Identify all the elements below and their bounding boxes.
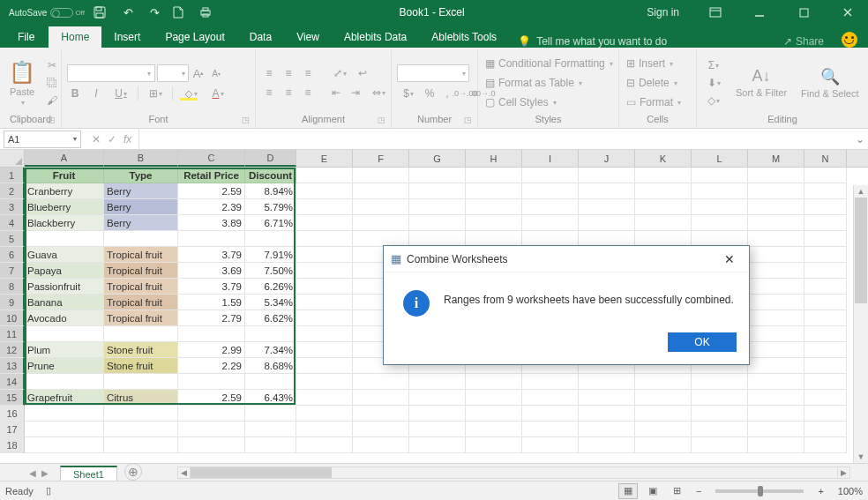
format-as-table-button[interactable]: ▤Format as Table▾ [483, 74, 613, 92]
cell[interactable] [748, 279, 804, 295]
cell[interactable]: 2.99 [178, 342, 245, 358]
wrap-text-icon[interactable]: ↩ [355, 65, 370, 81]
cell[interactable] [409, 199, 466, 215]
cell[interactable] [178, 406, 245, 422]
cell[interactable] [579, 390, 635, 406]
cell[interactable] [353, 406, 409, 422]
cell[interactable] [579, 374, 635, 390]
minimize-icon[interactable] [741, 0, 778, 25]
cell[interactable]: 3.79 [178, 247, 245, 263]
cell[interactable] [522, 422, 579, 437]
cell[interactable] [748, 310, 804, 326]
cell[interactable] [25, 231, 104, 247]
cell[interactable] [804, 199, 847, 215]
cell[interactable] [748, 263, 804, 279]
align-center-icon[interactable]: ≡ [281, 85, 296, 101]
cell[interactable] [635, 390, 692, 406]
cell[interactable] [296, 342, 353, 358]
cell[interactable] [296, 406, 353, 422]
cut-icon[interactable]: ✂ [44, 57, 60, 73]
align-bottom-icon[interactable]: ≡ [300, 65, 316, 81]
select-all-corner[interactable] [0, 150, 25, 167]
cell[interactable]: 3.89 [178, 215, 245, 231]
maximize-icon[interactable] [785, 0, 822, 25]
cell[interactable] [296, 310, 353, 326]
tab-insert[interactable]: Insert [101, 26, 153, 48]
shrink-font-icon[interactable]: A▾ [208, 65, 224, 81]
ribbon-display-icon[interactable] [697, 0, 734, 25]
decrease-indent-icon[interactable]: ⇤ [328, 85, 344, 101]
cell[interactable]: Tropical fruit [104, 310, 178, 326]
cell[interactable]: Fruit [25, 168, 104, 183]
cell[interactable] [748, 342, 804, 358]
cell[interactable]: 6.71% [245, 215, 296, 231]
column-header[interactable]: H [466, 150, 522, 167]
cell[interactable] [692, 437, 748, 453]
cell[interactable] [579, 406, 635, 422]
row-header[interactable]: 16 [0, 406, 25, 422]
row-header[interactable]: 9 [0, 295, 25, 310]
align-top-icon[interactable]: ≡ [261, 65, 277, 81]
cell[interactable] [635, 183, 692, 199]
page-layout-view-icon[interactable]: ▣ [643, 483, 662, 499]
cell[interactable] [245, 231, 296, 247]
cell[interactable] [635, 406, 692, 422]
cell[interactable] [296, 422, 353, 437]
cell[interactable]: 6.43% [245, 390, 296, 406]
cell[interactable]: Tropical fruit [104, 279, 178, 295]
font-color-button[interactable]: A▾ [206, 86, 229, 101]
align-right-icon[interactable]: ≡ [300, 85, 316, 101]
cell[interactable] [635, 422, 692, 437]
cell[interactable] [296, 295, 353, 310]
column-header[interactable]: J [579, 150, 635, 167]
cell[interactable]: 6.26% [245, 279, 296, 295]
new-file-icon[interactable] [173, 6, 191, 19]
sheet-tab-sheet1[interactable]: Sheet1 [60, 466, 117, 481]
scroll-right-icon[interactable]: ▶ [837, 467, 849, 478]
row-header[interactable]: 18 [0, 437, 25, 453]
orientation-icon[interactable]: ⤢▾ [328, 65, 351, 81]
cell[interactable] [296, 215, 353, 231]
cell[interactable]: 3.69 [178, 263, 245, 279]
zoom-out-button[interactable]: − [692, 486, 705, 496]
cell[interactable] [409, 215, 466, 231]
format-cells-button[interactable]: ▭Format▾ [625, 93, 691, 111]
row-header[interactable]: 14 [0, 374, 25, 390]
zoom-slider[interactable] [715, 489, 804, 493]
row-header[interactable]: 3 [0, 199, 25, 215]
grow-font-icon[interactable]: A▴ [191, 65, 206, 81]
quick-print-icon[interactable] [199, 6, 217, 19]
cell[interactable] [104, 326, 178, 342]
cell[interactable] [178, 422, 245, 437]
macro-record-icon[interactable]: ▯ [46, 485, 51, 496]
cell[interactable] [296, 326, 353, 342]
cell[interactable] [466, 422, 522, 437]
cell[interactable] [178, 326, 245, 342]
cell[interactable] [804, 295, 847, 310]
row-header[interactable]: 8 [0, 279, 25, 295]
cell[interactable] [579, 199, 635, 215]
cell[interactable] [748, 199, 804, 215]
cell[interactable] [804, 358, 847, 374]
cell[interactable] [296, 231, 353, 247]
cell[interactable] [804, 168, 847, 183]
name-box[interactable]: A1▾ [4, 131, 81, 148]
cell[interactable] [353, 437, 409, 453]
cell[interactable] [466, 406, 522, 422]
cell[interactable]: Berry [104, 215, 178, 231]
scroll-thumb[interactable] [855, 198, 867, 303]
font-size-combo[interactable]: ▾ [157, 64, 189, 82]
cell[interactable] [692, 183, 748, 199]
cell[interactable] [635, 437, 692, 453]
column-header[interactable]: G [409, 150, 466, 167]
cell[interactable] [353, 390, 409, 406]
zoom-slider-thumb[interactable] [758, 486, 763, 496]
cell[interactable] [804, 437, 847, 453]
cell[interactable] [804, 390, 847, 406]
cell[interactable] [635, 215, 692, 231]
copy-icon[interactable]: ⿻ [44, 75, 60, 91]
cell[interactable] [353, 374, 409, 390]
cell[interactable]: Papaya [25, 263, 104, 279]
cell[interactable] [104, 422, 178, 437]
cell[interactable] [748, 295, 804, 310]
